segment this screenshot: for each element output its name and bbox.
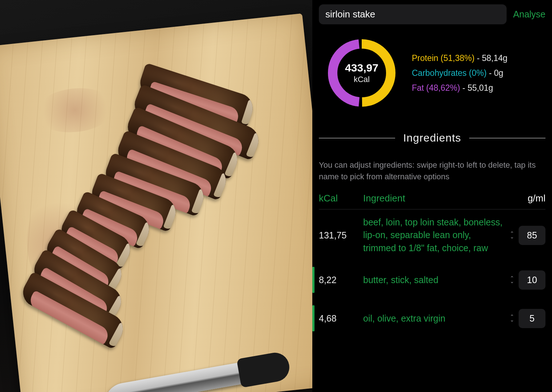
- ingredients-heading: Ingredients: [403, 132, 461, 144]
- ingredient-row[interactable]: 8,22butter, stick, salted⌃⌄10: [319, 267, 545, 293]
- meal-photo: [0, 0, 312, 392]
- total-kcal-value: 433,97: [345, 62, 378, 74]
- macro-line-carbs: Carbohydrates (0%) - 0g: [412, 68, 507, 78]
- macro-grams: - 0g: [487, 68, 503, 78]
- macro-label: Protein (51,38%): [412, 53, 475, 63]
- ingredient-name[interactable]: oil, olive, extra virgin: [359, 312, 508, 325]
- quantity-stepper[interactable]: ⌃⌄: [508, 232, 516, 238]
- column-header-kcal: kCal: [319, 193, 359, 204]
- chevron-down-icon: ⌄: [510, 318, 514, 322]
- macro-label: Fat (48,62%): [412, 83, 460, 93]
- quantity-input[interactable]: 85: [519, 226, 545, 245]
- ingredient-row[interactable]: 131,75beef, loin, top loin steak, bonele…: [319, 216, 545, 255]
- macro-label: Carbohydrates (0%): [412, 68, 487, 78]
- ingredient-kcal: 8,22: [319, 275, 359, 285]
- analyse-button[interactable]: Analyse: [513, 9, 545, 20]
- ingredient-kcal: 131,75: [319, 230, 359, 241]
- quantity-input[interactable]: 10: [519, 270, 545, 290]
- divider: [319, 138, 395, 138]
- macro-grams: - 58,14g: [475, 53, 508, 63]
- column-header-gml: g/ml: [513, 193, 545, 204]
- search-input[interactable]: sirloin stake: [319, 4, 507, 24]
- ingredient-row[interactable]: 4,68oil, olive, extra virgin⌃⌄5: [319, 305, 545, 331]
- macro-breakdown: Protein (51,38%) - 58,14gCarbohydrates (…: [412, 53, 507, 93]
- macro-line-fat: Fat (48,62%) - 55,01g: [412, 83, 507, 93]
- row-accent-bar: [312, 267, 314, 293]
- chevron-down-icon: ⌄: [510, 280, 514, 283]
- quantity-input[interactable]: 5: [519, 309, 545, 328]
- divider: [469, 138, 545, 138]
- total-kcal-unit: kCal: [354, 75, 370, 84]
- nutrition-panel: sirloin stake Analyse 433,97 kCal Protei…: [312, 0, 552, 392]
- column-header-ingredient: Ingredient: [359, 193, 513, 204]
- ingredient-name[interactable]: beef, loin, top loin steak, boneless, li…: [359, 216, 508, 255]
- macro-donut-chart: 433,97 kCal: [325, 37, 398, 109]
- quantity-stepper[interactable]: ⌃⌄: [508, 315, 516, 322]
- macro-line-protein: Protein (51,38%) - 58,14g: [412, 53, 507, 63]
- macro-grams: - 55,01g: [460, 83, 493, 93]
- quantity-stepper[interactable]: ⌃⌄: [508, 277, 516, 283]
- ingredients-hint: You can adjust ingredients: swipe right-…: [319, 159, 545, 183]
- ingredient-kcal: 4,68: [319, 313, 359, 324]
- row-accent-bar: [312, 305, 314, 331]
- chevron-down-icon: ⌄: [510, 235, 514, 238]
- ingredient-name[interactable]: butter, stick, salted: [359, 274, 508, 287]
